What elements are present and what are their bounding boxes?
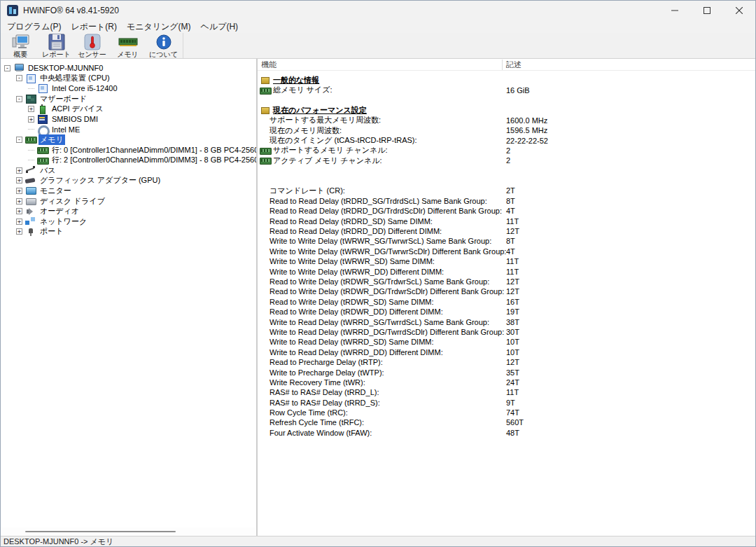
tree-item[interactable]: +グラフィックス アダプター (GPU) bbox=[1, 176, 256, 186]
details-section-row[interactable]: 一般的な情報 bbox=[258, 75, 755, 85]
menu-program[interactable]: プログラム(P) bbox=[2, 20, 66, 34]
details-item-row[interactable]: Refresh Cycle Time (tRFC):560T bbox=[258, 417, 755, 427]
collapse-icon[interactable]: - bbox=[16, 137, 22, 143]
tree-item[interactable]: +ディスク ドライブ bbox=[1, 196, 256, 207]
tree-item[interactable]: -マザーボード bbox=[1, 94, 256, 104]
memory-button[interactable]: メモリ bbox=[110, 33, 146, 58]
tree-item[interactable]: Intel Core i5-12400 bbox=[1, 83, 256, 94]
section-folder-icon bbox=[260, 76, 271, 84]
expand-icon[interactable]: + bbox=[16, 198, 22, 205]
details-item-row[interactable]: アクティブ メモリ チャンネル:2 bbox=[258, 155, 755, 165]
description-value: 4T bbox=[506, 207, 515, 215]
details-item-row[interactable]: Read to Read Delay (tRDRD_DD) Different … bbox=[258, 226, 755, 236]
main-content: -DESKTOP-MJUNNF0-中央処理装置 (CPU)Intel Core … bbox=[1, 59, 755, 536]
tree-item[interactable]: -DESKTOP-MJUNNF0 bbox=[1, 63, 256, 74]
tree-item[interactable]: Intel ME bbox=[1, 125, 256, 135]
details-item-row[interactable]: Write to Write Delay (tWRWR_DG/TwrwrScDl… bbox=[258, 247, 755, 256]
details-item-row[interactable]: Read to Write Delay (tRDWR_SD) Same DIMM… bbox=[258, 297, 755, 307]
details-item-row[interactable]: Row Cycle Time (tRC):74T bbox=[258, 408, 755, 417]
about-button[interactable]: について bbox=[146, 33, 181, 58]
details-item-row[interactable]: Read to Write Delay (tRDWR_DD) Different… bbox=[258, 307, 755, 317]
details-item-row[interactable]: Read to Write Delay (tRDWR_DG/TrdwrScDlr… bbox=[258, 286, 755, 296]
details-item-row[interactable]: Write to Precharge Delay (tWTP):35T bbox=[258, 367, 755, 377]
collapse-icon[interactable]: - bbox=[16, 96, 22, 102]
details-item-row[interactable]: Read to Precharge Delay (tRTP):12T bbox=[258, 357, 755, 367]
details-item-row[interactable]: Four Activate Window (tFAW):48T bbox=[258, 428, 755, 438]
details-item-row[interactable]: Write to Read Delay (tWRRD_SG/TwrrdScL) … bbox=[258, 317, 755, 326]
details-item-row[interactable]: Write to Read Delay (tWRRD_SD) Same DIMM… bbox=[258, 337, 755, 347]
details-item-row[interactable]: RAS# to RAS# Delay (tRRD_L):11T bbox=[258, 387, 755, 397]
collapse-icon[interactable]: - bbox=[16, 75, 22, 81]
tree-item[interactable]: +バス bbox=[1, 165, 256, 176]
details-item-row[interactable]: 総メモリ サイズ:16 GiB bbox=[258, 85, 755, 95]
tree-item[interactable]: -中央処理装置 (CPU) bbox=[1, 74, 256, 84]
report-button[interactable]: レポート bbox=[38, 33, 74, 58]
details-section-row[interactable]: 現在のパフォーマンス設定 bbox=[258, 105, 755, 115]
summary-button[interactable]: 概要 bbox=[3, 33, 38, 58]
tree-item[interactable]: +SMBIOS DMI bbox=[1, 114, 256, 125]
tree-item[interactable]: -メモリ bbox=[1, 134, 256, 145]
description-value: 4T bbox=[506, 247, 515, 256]
tree-item[interactable]: +ACPI デバイス bbox=[1, 104, 256, 114]
tree-horizontal-scrollbar[interactable] bbox=[1, 527, 256, 536]
details-item-row[interactable]: Write to Read Delay (tWRRD_DG/TwrrdScDlr… bbox=[258, 327, 755, 337]
maximize-button[interactable] bbox=[691, 1, 723, 20]
ram-icon bbox=[25, 135, 36, 144]
monitor-icon bbox=[25, 186, 36, 195]
description-value: 10T bbox=[506, 348, 519, 356]
details-item-row[interactable]: Write to Read Delay (tWRRD_DD) Different… bbox=[258, 347, 755, 357]
me-icon bbox=[37, 125, 48, 134]
tree-item[interactable]: 行: 2 [Controller0ChannelADimm0/DIMM3] - … bbox=[1, 155, 256, 165]
menu-report[interactable]: レポート(R) bbox=[66, 20, 122, 34]
tree-item[interactable]: +モニター bbox=[1, 186, 256, 196]
details-item-row[interactable]: サポートするメモリ チャンネル:2 bbox=[258, 146, 755, 155]
tree-connector bbox=[28, 85, 34, 92]
expand-icon[interactable]: + bbox=[16, 177, 22, 184]
details-item-row[interactable]: Read to Read Delay (tRDRD_SD) Same DIMM:… bbox=[258, 216, 755, 226]
ram-icon bbox=[37, 156, 48, 165]
description-value: 8T bbox=[506, 197, 515, 205]
description-value: 11T bbox=[506, 388, 519, 396]
details-item-row[interactable]: Write to Write Delay (tWRWR_DD) Differen… bbox=[258, 266, 755, 276]
tree-item[interactable]: +オーディオ bbox=[1, 206, 256, 216]
expand-icon[interactable]: + bbox=[28, 106, 34, 112]
scrollbar-thumb[interactable] bbox=[25, 531, 176, 532]
description-value: 12T bbox=[506, 358, 519, 366]
expand-icon[interactable]: + bbox=[16, 208, 22, 214]
menu-help[interactable]: ヘルプ(H) bbox=[196, 20, 244, 34]
computer-icon bbox=[13, 64, 24, 72]
tree-item[interactable]: 行: 0 [Controller1ChannelADimm0/DIMM1] - … bbox=[1, 145, 256, 155]
minimize-button[interactable] bbox=[659, 1, 691, 20]
tree-item[interactable]: +ポート bbox=[1, 227, 256, 237]
feature-label: RAS# to RAS# Delay (tRRD_L): bbox=[270, 388, 379, 396]
tree-item[interactable]: +ネットワーク bbox=[1, 216, 256, 227]
details-item-row[interactable]: Read to Read Delay (tRDRD_SG/TrdrdScL) S… bbox=[258, 196, 755, 206]
expand-icon[interactable]: + bbox=[16, 219, 22, 225]
details-item-row[interactable]: サポートする最大メモリ周波数:1600.0 MHz bbox=[258, 116, 755, 125]
description-value: 24T bbox=[506, 378, 519, 387]
details-item-row[interactable]: Write Recovery Time (tWR):24T bbox=[258, 378, 755, 387]
column-divider[interactable] bbox=[502, 60, 503, 70]
details-item-row[interactable]: Read to Write Delay (tRDWR_SG/TrdwrScL) … bbox=[258, 277, 755, 286]
sensors-button[interactable]: センサー bbox=[74, 33, 110, 58]
details-item-row[interactable]: RAS# to RAS# Delay (tRRD_S):9T bbox=[258, 398, 755, 408]
details-item-row[interactable]: 現在のメモリ周波数:1596.5 MHz bbox=[258, 125, 755, 135]
details-item-row[interactable]: Read to Read Delay (tRDRD_DG/TrdrdScDlr)… bbox=[258, 206, 755, 216]
feature-label: Write to Write Delay (tWRWR_DG/TwrwrScDl… bbox=[270, 247, 506, 256]
details-item-row[interactable]: Write to Write Delay (tWRWR_SD) Same DIM… bbox=[258, 256, 755, 266]
feature-label: 現在のパフォーマンス設定 bbox=[273, 105, 367, 116]
menu-monitoring[interactable]: モニタリング(M) bbox=[122, 20, 196, 34]
toolbar: 概要 レポート bbox=[1, 33, 755, 59]
expand-icon[interactable]: + bbox=[16, 228, 22, 235]
network-icon bbox=[25, 217, 36, 226]
description-value: 12T bbox=[506, 277, 519, 286]
close-button[interactable] bbox=[723, 1, 755, 20]
expand-icon[interactable]: + bbox=[28, 116, 34, 123]
details-item-row[interactable]: Write to Write Delay (tWRWR_SG/TwrwrScL)… bbox=[258, 236, 755, 246]
details-item-row[interactable]: コマンドレート (CR):2T bbox=[258, 186, 755, 195]
expand-icon[interactable]: + bbox=[16, 167, 22, 174]
tree-connector bbox=[28, 157, 34, 163]
collapse-icon[interactable]: - bbox=[4, 65, 10, 71]
expand-icon[interactable]: + bbox=[16, 188, 22, 194]
details-item-row[interactable]: 現在のタイミング (tCAS-tRCD-tRP-tRAS):22-22-22-5… bbox=[258, 135, 755, 145]
